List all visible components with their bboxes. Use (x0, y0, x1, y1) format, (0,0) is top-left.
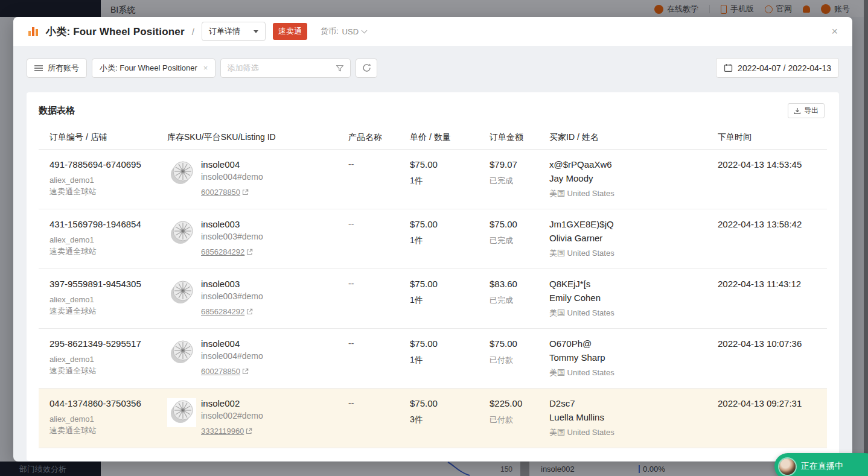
breadcrumb-separator: / (192, 27, 194, 37)
data-table-card: 数据表格 导出 订单编号 / 店铺 库存SKU/平台SKU/Listing ID… (27, 92, 839, 461)
buyer-name: Luella Mullins (549, 412, 718, 422)
external-link-icon (246, 428, 252, 434)
order-shop-cell: 431-1569798-1946854aliex_demo1速卖通全球站 (49, 219, 167, 259)
account-name: aliex_demo1 (49, 354, 167, 366)
streamer-avatar (779, 459, 796, 475)
chevron-down-icon (362, 27, 368, 33)
date-range-picker[interactable]: 2022-04-07 / 2022-04-13 (716, 58, 839, 78)
order-time: 2022-04-13 14:53:45 (718, 159, 827, 170)
listing-row: 600278850 (201, 188, 263, 197)
stock-sku: insole004 (201, 159, 263, 170)
col-product-name: 产品名称 (348, 132, 410, 143)
product-image (167, 398, 196, 427)
date-range-value: 2022-04-07 / 2022-04-13 (738, 63, 831, 73)
product-name-cell: -- (348, 279, 410, 319)
product-image (167, 279, 196, 308)
product-name-cell: -- (348, 338, 410, 378)
download-icon (794, 107, 801, 115)
table-row: 397-9559891-9454305aliex_demo1速卖通全球站inso… (39, 269, 827, 329)
orders-table: 订单编号 / 店铺 库存SKU/平台SKU/Listing ID 产品名称 单价… (27, 125, 839, 448)
col-time: 下单时间 (718, 132, 827, 143)
all-accounts-button[interactable]: 所有账号 (27, 59, 87, 78)
buyer-cell: O670Ph@Tommy Sharp美国 United States (549, 338, 718, 378)
unit-price: $75.00 (410, 159, 490, 170)
product-name-cell: -- (348, 219, 410, 259)
order-time: 2022-04-13 10:07:36 (718, 338, 827, 349)
sku-cell: insole003insole003#demo6856284292 (167, 219, 348, 259)
view-select[interactable]: 订单详情 (202, 22, 266, 41)
table-header-row: 订单编号 / 店铺 库存SKU/平台SKU/Listing ID 产品名称 单价… (39, 125, 827, 150)
site-name: 速卖通全球站 (49, 366, 167, 377)
live-stream-label: 正在直播中 (801, 461, 843, 472)
product-name: -- (348, 279, 410, 288)
live-stream-button[interactable]: 正在直播中 (774, 453, 868, 476)
account-name: aliex_demo1 (49, 175, 167, 186)
listing-link[interactable]: 3332119960 (201, 427, 244, 436)
platform-sku: insole004#demo (201, 172, 263, 182)
product-name-cell: -- (348, 398, 410, 438)
amount-cell: $75.00已付款 (490, 338, 549, 378)
remove-tag-icon[interactable]: × (203, 63, 208, 72)
export-button[interactable]: 导出 (788, 103, 825, 118)
quantity: 1件 (410, 295, 490, 306)
quantity: 1件 (410, 355, 490, 366)
currency-select[interactable]: 货币: USD (321, 26, 366, 37)
amount-cell: $75.00已完成 (490, 219, 549, 259)
add-filter-input[interactable] (227, 63, 318, 72)
listing-link[interactable]: 6856284292 (201, 247, 244, 256)
order-amount: $83.60 (490, 279, 549, 289)
currency-value: USD (342, 27, 359, 36)
buyer-id: O670Ph@ (549, 338, 718, 349)
table-row: 295-8621349-5295517aliex_demo1速卖通全球站inso… (39, 329, 827, 389)
listing-row: 6856284292 (201, 247, 263, 256)
calendar-icon (724, 63, 733, 72)
buyer-country: 美国 United States (549, 248, 718, 259)
account-name: aliex_demo1 (49, 235, 167, 246)
card-title: 数据表格 (39, 105, 75, 116)
sku-info: insole003insole003#demo6856284292 (201, 279, 263, 319)
listing-link[interactable]: 6856284292 (201, 307, 244, 316)
external-link-icon (242, 189, 249, 195)
buyer-country: 美国 United States (549, 308, 718, 319)
buyer-id: D2sc7 (549, 398, 718, 408)
listing-link[interactable]: 600278850 (201, 188, 240, 197)
account-name: aliex_demo1 (49, 414, 167, 425)
modal-title: 小类: Four Wheel Positioner (46, 25, 185, 39)
stock-sku: insole003 (201, 219, 263, 229)
sku-info: insole002insole002#demo3332119960 (201, 398, 263, 438)
listing-row: 6856284292 (201, 307, 263, 316)
close-icon[interactable]: × (831, 26, 838, 37)
filter-icon (336, 64, 344, 72)
product-name-cell: -- (348, 159, 410, 199)
external-link-icon (242, 368, 249, 375)
sku-info: insole003insole003#demo6856284292 (201, 219, 263, 259)
unit-price: $75.00 (410, 338, 490, 349)
col-order-no: 订单编号 / 店铺 (49, 132, 167, 143)
buyer-cell: Q8KEjJ*[sEmily Cohen美国 United States (549, 279, 718, 319)
unit-price: $75.00 (410, 279, 490, 289)
site-name: 速卖通全球站 (49, 246, 167, 258)
quantity: 3件 (410, 414, 490, 425)
listing-link[interactable]: 600278850 (201, 367, 240, 376)
buyer-id: Q8KEjJ*[s (549, 279, 718, 289)
refresh-button[interactable] (356, 59, 377, 78)
order-time: 2022-04-13 13:58:42 (718, 219, 827, 229)
col-unit-price: 单价 / 数量 (410, 132, 490, 143)
modal-header: 小类: Four Wheel Positioner / 订单详情 速卖通 货币:… (13, 17, 852, 46)
product-image-box (167, 398, 196, 427)
add-filter-field[interactable] (220, 59, 351, 78)
amount-cell: $83.60已完成 (490, 279, 549, 319)
product-image-box (167, 338, 196, 367)
sku-info: insole004insole004#demo600278850 (201, 159, 263, 199)
order-time: 2022-04-13 11:43:12 (718, 279, 827, 289)
caret-down-icon (254, 30, 258, 33)
category-filter-tag[interactable]: 小类: Four Wheel Positioner × (92, 59, 215, 78)
listing-row: 600278850 (201, 367, 263, 376)
order-number: 491-7885694-6740695 (49, 159, 167, 170)
order-number: 397-9559891-9454305 (49, 279, 167, 289)
product-image (167, 159, 196, 188)
price-qty-cell: $75.001件 (410, 338, 490, 378)
buyer-name: Emily Cohen (549, 293, 718, 303)
product-image (167, 219, 196, 248)
buyer-name: Jay Moody (549, 173, 718, 183)
